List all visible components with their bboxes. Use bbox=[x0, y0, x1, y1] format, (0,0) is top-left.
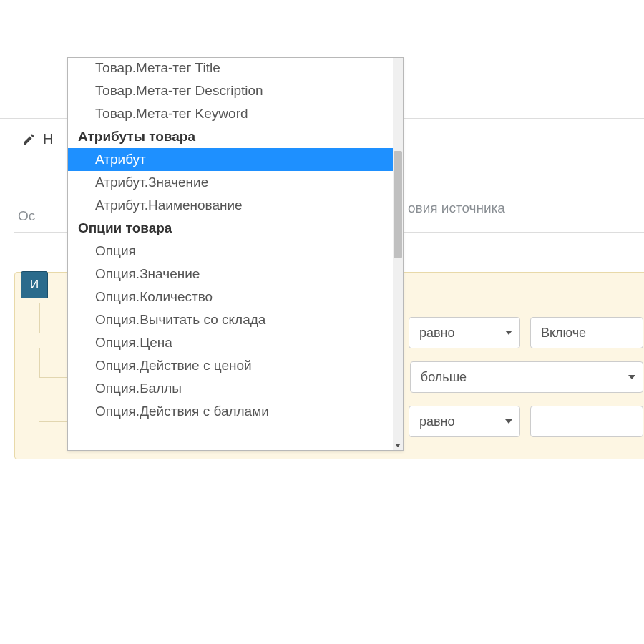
panel-tab[interactable]: И bbox=[21, 271, 48, 298]
attribute-dropdown[interactable]: Товар.Мета-тег TitleТовар.Мета-тег Descr… bbox=[67, 57, 404, 451]
scroll-down-icon[interactable] bbox=[393, 440, 403, 450]
dropdown-item[interactable]: Опция.Цена bbox=[68, 331, 393, 354]
operator-select[interactable]: больше bbox=[410, 361, 643, 393]
select-value: Включе bbox=[541, 326, 586, 341]
operator-select[interactable]: равно bbox=[409, 317, 520, 348]
dropdown-item[interactable]: Товар.Мета-тег Description bbox=[68, 79, 393, 102]
tab-right[interactable]: овия источника bbox=[408, 200, 505, 216]
chevron-down-icon bbox=[628, 375, 635, 379]
dropdown-item[interactable]: Опция.Вычитать со склада bbox=[68, 308, 393, 331]
chevron-down-icon bbox=[505, 331, 512, 335]
panel-tab-label: И bbox=[30, 278, 39, 291]
dropdown-item[interactable]: Опция.Действие с ценой bbox=[68, 354, 393, 377]
dropdown-item[interactable]: Опция.Действия с баллами bbox=[68, 400, 393, 423]
dropdown-item[interactable]: Опция bbox=[68, 240, 393, 263]
dropdown-item[interactable]: Товар.Мета-тег Title bbox=[68, 58, 393, 79]
chevron-down-icon bbox=[505, 419, 512, 424]
value-select[interactable]: Включе bbox=[530, 317, 643, 348]
page-title: Н bbox=[43, 131, 53, 147]
dropdown-item[interactable]: Атрибут.Наименование bbox=[68, 194, 393, 217]
pencil-icon bbox=[21, 132, 36, 147]
select-value: равно bbox=[419, 414, 455, 429]
scrollbar-thumb[interactable] bbox=[394, 151, 402, 258]
operator-select[interactable]: равно bbox=[409, 406, 520, 437]
tab-left[interactable]: Ос bbox=[14, 208, 35, 224]
select-value: равно bbox=[419, 326, 455, 341]
dropdown-item[interactable]: Опция.Баллы bbox=[68, 377, 393, 400]
dropdown-item[interactable]: Атрибут.Значение bbox=[68, 171, 393, 194]
scrollbar[interactable] bbox=[393, 58, 403, 440]
dropdown-group: Опции товара bbox=[68, 217, 393, 240]
dropdown-group: Атрибуты товара bbox=[68, 125, 393, 148]
select-value: больше bbox=[421, 370, 467, 385]
dropdown-item[interactable]: Опция.Количество bbox=[68, 286, 393, 308]
dropdown-item[interactable]: Товар.Мета-тег Keyword bbox=[68, 102, 393, 125]
dropdown-item[interactable]: Атрибут bbox=[68, 148, 393, 171]
dropdown-item[interactable]: Опция.Значение bbox=[68, 263, 393, 286]
value-input[interactable] bbox=[530, 406, 643, 437]
